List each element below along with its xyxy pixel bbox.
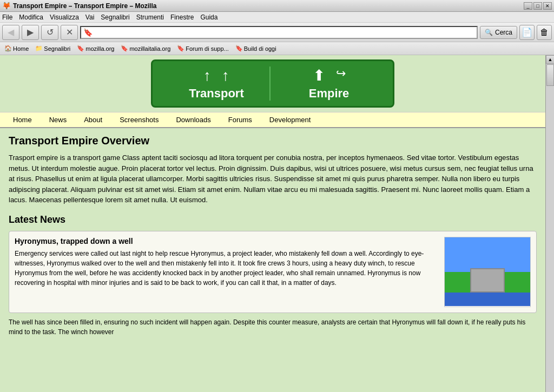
search-icon: 🔍 (485, 29, 493, 36)
address-icon: 🔖 (83, 28, 93, 37)
nav-screenshots[interactable]: Screenshots (111, 115, 167, 125)
menu-segnalibri[interactable]: Segnalibri (101, 14, 129, 21)
toolbar-right: 📄 🗑 (519, 25, 552, 40)
scroll-thumb[interactable] (546, 64, 554, 86)
site-logo: ↑ ↑ Transport ⬆ ↪ Empire (151, 59, 394, 108)
overview-text: Trasport empire is a transport game Clas… (9, 152, 537, 205)
scrollbar[interactable]: ▲ (545, 55, 554, 392)
bookmark-segnalibri[interactable]: 📁 Segnalibri (33, 44, 72, 52)
nav-forums[interactable]: Forums (220, 115, 261, 125)
menu-file[interactable]: File (2, 14, 12, 21)
window-controls: _ □ ✕ (524, 2, 552, 10)
nav-development[interactable]: Development (261, 115, 320, 125)
logo-left: ↑ ↑ Transport (163, 67, 269, 101)
news-image (444, 237, 531, 307)
back-button[interactable]: ◀ (2, 25, 19, 40)
menu-strumenti[interactable]: Strumenti (136, 14, 164, 21)
stop-button[interactable]: ✕ (61, 25, 78, 40)
menu-guida[interactable]: Guida (200, 14, 217, 21)
building-sprite (470, 268, 504, 293)
news-item: Hyronymus, trapped down a well Emergency… (9, 231, 537, 313)
menu-bar: File Modifica Visualizza Vai Segnalibri … (0, 12, 554, 23)
page-title: Transport Empire Overview (9, 135, 537, 147)
news-body: Emergency services were called out last … (15, 249, 438, 288)
bookmark-icon-2: 🔖 (121, 45, 128, 52)
bookmark-mozillaitalia-label: mozillaitalia.org (129, 45, 170, 52)
nav-about[interactable]: About (75, 115, 111, 125)
bookmark-segnalibri-label: Segnalibri (44, 45, 70, 52)
forward-button[interactable]: ▶ (22, 25, 39, 40)
menu-vai[interactable]: Vai (85, 14, 94, 21)
bookmark-forum[interactable]: 🔖 Forum di supp... (175, 44, 230, 52)
minimize-button[interactable]: _ (524, 2, 532, 10)
reload-button[interactable]: ↺ (41, 25, 58, 40)
bookmark-icon-1: 🔖 (77, 45, 84, 52)
logo-right: ⬆ ↪ Empire (269, 67, 382, 101)
maximize-button[interactable]: □ (533, 2, 542, 10)
bookmark-mozilla[interactable]: 🔖 mozilla.org (75, 44, 116, 52)
address-bar-container: 🔖 (80, 26, 478, 39)
menu-visualizza[interactable]: Visualizza (50, 14, 79, 21)
bookmark-icon-3: 🔖 (177, 45, 184, 52)
trash-icon[interactable]: 🗑 (537, 25, 552, 40)
main-content: Transport Empire Overview Trasport empir… (0, 128, 545, 343)
bookmark-home[interactable]: 🏠 Home (2, 44, 31, 52)
latest-news-title: Latest News (9, 214, 537, 225)
nav-downloads[interactable]: Downloads (167, 115, 219, 125)
logo-arrows-left: ↑ ↑ (203, 67, 229, 84)
logo-transport: Transport (189, 87, 243, 101)
bookmark-build-label: Build di oggi (244, 45, 276, 52)
close-button[interactable]: ✕ (543, 2, 552, 10)
site-nav: Home News About Screenshots Downloads Fo… (0, 112, 545, 128)
bookmark-forum-label: Forum di supp... (186, 45, 228, 52)
menu-finestre[interactable]: Finestre (170, 14, 194, 21)
nav-home[interactable]: Home (4, 115, 41, 125)
bookmarks-bar: 🏠 Home 📁 Segnalibri 🔖 mozilla.org 🔖 mozi… (0, 42, 554, 55)
arrow-up-1: ↑ (203, 67, 211, 84)
arrow-fork-icon: ⬆ (313, 67, 325, 84)
water-layer (445, 293, 530, 307)
bookmark-build[interactable]: 🔖 Build di oggi (233, 44, 279, 52)
arrow-up-2: ↑ (222, 67, 229, 84)
menu-modifica[interactable]: Modifica (19, 14, 43, 21)
home-icon: 🏠 (4, 45, 12, 52)
news-title: Hyronymus, trapped down a well (15, 237, 438, 245)
window-title: Transport Empire – Transport Empire – Mo… (13, 2, 524, 10)
bookmark-icon-4: 🔖 (235, 45, 243, 52)
folder-icon: 📁 (35, 45, 43, 52)
game-screenshot (445, 237, 530, 307)
page-content: ↑ ↑ Transport ⬆ ↪ Empire Home News About… (0, 55, 545, 392)
site-header: ↑ ↑ Transport ⬆ ↪ Empire (0, 55, 545, 112)
bookmark-mozillaitalia[interactable]: 🔖 mozillaitalia.org (118, 44, 173, 52)
search-button[interactable]: 🔍 Cerca (480, 26, 517, 39)
logo-empire: Empire (309, 87, 349, 101)
news-bottom-text: The well has since been filled in, ensur… (9, 317, 537, 337)
page-icon[interactable]: 📄 (519, 25, 535, 40)
arrow-right-icon: ↪ (336, 67, 346, 84)
bookmark-home-label: Home (13, 45, 29, 52)
sky-layer (445, 237, 530, 272)
title-bar: 🦊 Transport Empire – Transport Empire – … (0, 0, 554, 12)
logo-arrows-right: ⬆ ↪ (313, 67, 346, 84)
address-input[interactable] (95, 29, 474, 36)
search-label: Cerca (495, 29, 512, 36)
scroll-up-arrow[interactable]: ▲ (546, 55, 554, 64)
bookmark-mozilla-label: mozilla.org (85, 45, 114, 52)
browser-icon: 🦊 (2, 2, 11, 10)
toolbar: ◀ ▶ ↺ ✕ 🔖 🔍 Cerca 📄 🗑 (0, 23, 554, 42)
nav-news[interactable]: News (41, 115, 76, 125)
news-content: Hyronymus, trapped down a well Emergency… (15, 237, 438, 307)
